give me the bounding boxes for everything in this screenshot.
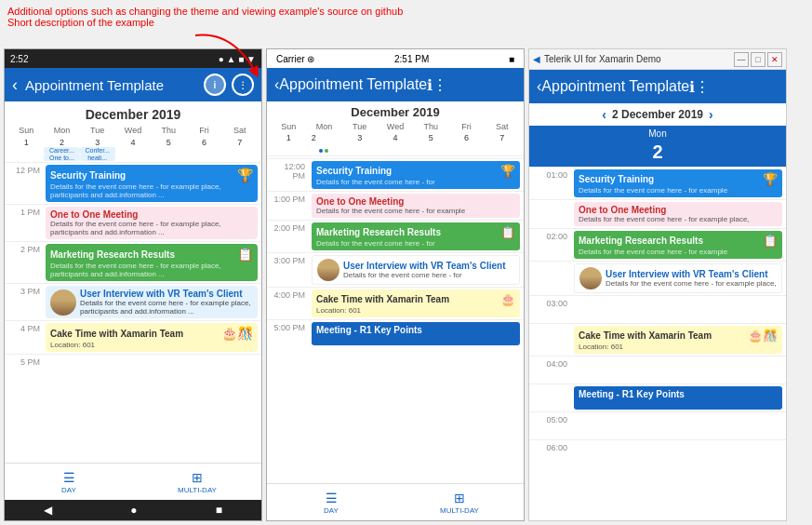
phone2-schedule[interactable]: 12:00 PM Security Training 🏆 Details for… <box>267 158 524 483</box>
cal-day-3[interactable]: 3 Confer... heati... <box>80 137 115 162</box>
phone1-more-button[interactable]: ⋮ <box>232 74 254 96</box>
phone1-event-cake[interactable]: Cake Time with Xamarin Team 🎂🎊 Location:… <box>46 323 258 352</box>
phone1-nav-multiday[interactable]: ⊞ MULTI-DAY <box>133 464 261 500</box>
phone3-event-vr[interactable]: User Interview with VR Team's Client Det… <box>574 263 782 293</box>
phone1-slot-1pm: 1 PM One to One Meeting Details for the … <box>5 204 261 241</box>
phone2-slot-4pm: 4:00 PM Cake Time with Xamarin Team 🎂 Lo… <box>267 287 524 319</box>
phone3-event-marketing[interactable]: Marketing Research Results 📋 Details for… <box>574 231 782 259</box>
phone3-more-button[interactable]: ⋮ <box>695 78 710 96</box>
p2-cal-3[interactable]: 3 <box>342 132 378 154</box>
phone3-slot-06: 06:00 <box>529 439 786 467</box>
phone1-calendar-month: December 2019 <box>5 101 261 124</box>
cake-icon3: 🎂🎊 <box>748 329 778 343</box>
phone3-day-label: Mon <box>529 126 786 141</box>
phone2-status-bar: Carrier ⊛ 2:51 PM ■ <box>267 49 524 68</box>
p2-cal-2[interactable]: 2 <box>306 132 341 154</box>
p2-cal-5[interactable]: 5 <box>413 132 448 154</box>
phone2-calendar-month: December 2019 <box>267 101 524 121</box>
day-icon: ☰ <box>63 470 75 485</box>
android-recent[interactable]: ■ <box>216 504 222 517</box>
phone1-appbar: ‹ Appointment Template i ⋮ <box>5 68 261 101</box>
phone1-slot-3pm: 3 PM User Interview with VR Team's Clien… <box>5 283 261 320</box>
phone1-event-security[interactable]: Security Training 🏆 Details for the even… <box>46 165 258 202</box>
phone1-android-nav: ◀ ● ■ <box>5 500 261 520</box>
phone2-nav-multiday[interactable]: ⊞ MULTI-DAY <box>395 484 524 520</box>
phone3-close-btn[interactable]: ✕ <box>767 52 782 67</box>
phone2-event-marketing[interactable]: Marketing Research Results 📋 Details for… <box>312 222 520 250</box>
p2-cal-6[interactable]: 6 <box>448 132 484 154</box>
phone2-appbar: ‹ Appointment Template ℹ ⋮ <box>267 68 524 101</box>
phone3-next-day[interactable]: › <box>703 107 719 122</box>
phone2-app-title: Appointment Template <box>279 76 427 93</box>
annotation-block: Additional options such as changing the … <box>7 6 403 28</box>
phone3-event-cake-row: Cake Time with Xamarin Team 🎂🎊 Location:… <box>529 323 786 356</box>
phone1-calendar-grid: Sun Mon Tue Wed Thu Fri Sat 1 2 Career..… <box>5 124 261 162</box>
phone2-event-security[interactable]: Security Training 🏆 Details for the even… <box>312 161 520 189</box>
phone1-back-button[interactable]: ‹ <box>12 75 18 95</box>
android-back[interactable]: ◀ <box>44 504 52 517</box>
vr-avatar2 <box>317 259 339 281</box>
phone2-slot-5pm: 5:00 PM Meeting - R1 Key Points <box>267 319 524 347</box>
phone3-event-one2one[interactable]: One to One Meeting Details for the event… <box>574 202 782 226</box>
p2-cal-1[interactable]: 1 <box>271 132 306 154</box>
p2-cal-4[interactable]: 4 <box>378 132 413 154</box>
phone1-info-button[interactable]: i <box>204 74 226 96</box>
phone1-event-marketing[interactable]: Marketing Research Results 📋 Details for… <box>46 244 258 281</box>
phone3-event-meeting-row: Meeting - R1 Key Points <box>529 384 786 411</box>
phone3-maximize-btn[interactable]: □ <box>751 52 765 67</box>
phone3-slot-04: 04:00 <box>529 356 786 384</box>
phone2-event-meeting[interactable]: Meeting - R1 Key Points <box>312 322 520 345</box>
phone3-prev-day[interactable]: ‹ <box>596 107 612 122</box>
android-home[interactable]: ● <box>130 504 137 517</box>
phone2-bottom-nav: ☰ DAY ⊞ MULTI-DAY <box>267 483 524 520</box>
clipboard-icon3: 📋 <box>763 234 778 248</box>
phone3-event-meeting[interactable]: Meeting - R1 Key Points <box>574 386 782 410</box>
phone2-calendar-grid: Sun Mon Tue Wed Thu Fri Sat 1 2 3 4 5 6 … <box>267 121 524 154</box>
phone2-slot-2pm: 2:00 PM Marketing Research Results 📋 Det… <box>267 220 524 252</box>
phone3-schedule[interactable]: 01:00 Security Training 🏆 Details for th… <box>529 167 786 520</box>
phone3-slot-03: 03:00 <box>529 295 786 323</box>
vr-avatar3 <box>579 267 602 289</box>
phone3-app-title: Appointment Template <box>541 78 689 95</box>
phone3-date-header: ‹ 2 December 2019 › <box>529 103 786 126</box>
phone3: ◀ Telerik UI for Xamarin Demo — □ ✕ ‹ Ap… <box>528 48 787 521</box>
phone3-event-security[interactable]: Security Training 🏆 Details for the even… <box>574 169 782 197</box>
phone1-status-bar: 2:52 ● ▲ ■ ▼ <box>5 49 261 68</box>
phone1-schedule[interactable]: 12 PM Security Training 🏆 Details for th… <box>5 162 261 463</box>
phone2-cal-divider <box>267 155 524 156</box>
multiday-icon: ⊞ <box>192 470 203 485</box>
p2-cal-7[interactable]: 7 <box>485 132 520 154</box>
clipboard-icon: 📋 <box>237 247 253 262</box>
phone2-event-one2one[interactable]: One to One Meeting Details for the event… <box>312 194 520 218</box>
phone3-minimize-btn[interactable]: — <box>734 52 749 67</box>
trophy-icon: 🏆 <box>237 168 253 182</box>
cal-day-7[interactable]: 7 <box>222 137 258 162</box>
clipboard-icon2: 📋 <box>500 225 515 239</box>
phone1-nav-day[interactable]: ☰ DAY <box>5 464 133 500</box>
phone3-event-cake[interactable]: Cake Time with Xamarin Team 🎂🎊 Location:… <box>574 326 782 354</box>
phone1-slot-2pm: 2 PM Marketing Research Results 📋 Detail… <box>5 241 261 283</box>
phone1: 2:52 ● ▲ ■ ▼ ‹ Appointment Template i ⋮ … <box>4 48 262 521</box>
phone1-slot-4pm: 4 PM Cake Time with Xamarin Team 🎂🎊 Loca… <box>5 320 261 354</box>
phone1-event-one2one[interactable]: One to One Meeting Details for the event… <box>46 207 258 239</box>
phone2-more-button[interactable]: ⋮ <box>433 76 447 94</box>
cal-day-4[interactable]: 4 <box>115 137 151 162</box>
annotation-line2: Short description of the example <box>7 17 403 28</box>
cal-day-5[interactable]: 5 <box>151 137 186 162</box>
phone2: Carrier ⊛ 2:51 PM ■ ‹ Appointment Templa… <box>266 48 525 521</box>
trophy-icon2: 🏆 <box>500 164 515 178</box>
phone2-event-cake[interactable]: Cake Time with Xamarin Team 🎂 Location: … <box>312 289 520 317</box>
phone2-event-vr[interactable]: User Interview with VR Team's Client Det… <box>312 255 520 285</box>
cal-day-2[interactable]: 2 Career... One to... <box>44 137 79 162</box>
phone3-event-one2one-row: One to One Meeting Details for the event… <box>529 199 786 228</box>
phone1-event-vr[interactable]: User Interview with VR Team's Client Det… <box>46 286 258 318</box>
cal-day-6[interactable]: 6 <box>186 137 221 162</box>
phone3-day-number: 2 <box>529 141 786 167</box>
phone2-nav-day[interactable]: ☰ DAY <box>267 484 395 520</box>
phone3-slot-05: 05:00 <box>529 411 786 439</box>
trophy-icon3: 🏆 <box>763 172 778 186</box>
phone3-window-title: Telerik UI for Xamarin Demo <box>544 54 732 64</box>
phone1-app-title: Appointment Template <box>25 77 198 93</box>
cal-day-1[interactable]: 1 <box>8 137 44 162</box>
phone1-slot-5pm: 5 PM <box>5 354 261 380</box>
